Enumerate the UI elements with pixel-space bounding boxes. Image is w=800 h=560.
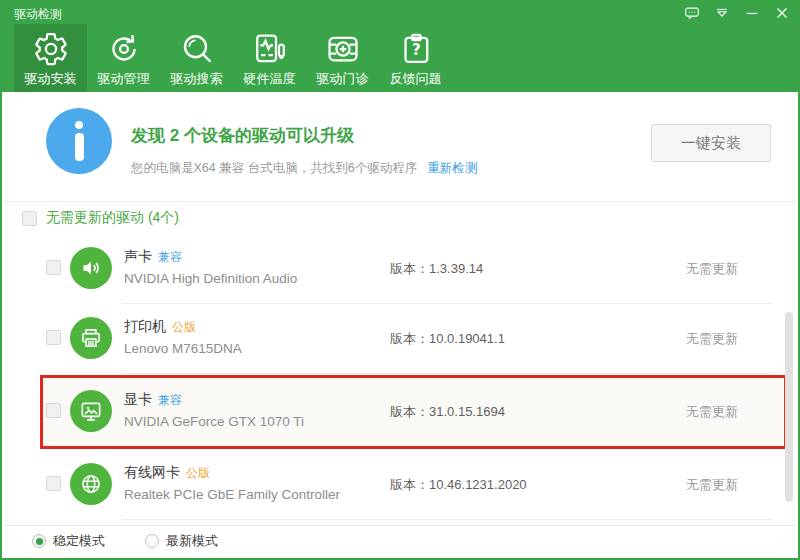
window-title: 驱动检测	[14, 6, 62, 23]
feedback-icon: ?	[398, 31, 434, 67]
device-name: 有线网卡公版	[124, 464, 210, 482]
mode-label: 最新模式	[166, 532, 218, 550]
tab-label: 反馈问题	[390, 70, 442, 88]
public-badge: 公版	[172, 320, 196, 334]
device-version: 版本：1.3.39.14	[390, 260, 483, 278]
device-status: 无需更新	[686, 476, 738, 494]
device-name: 声卡兼容	[124, 248, 182, 266]
scan-summary: 发现 2 个设备的驱动可以升级 您的电脑是X64 兼容 台式电脑，共找到6个驱动…	[4, 92, 796, 202]
tab-label: 硬件温度	[244, 70, 296, 88]
section-title: 无需更新的驱动 (4个)	[46, 209, 179, 227]
refresh-icon	[106, 31, 142, 67]
device-model: Realtek PCIe GbE Family Controller	[124, 487, 340, 502]
row-separator	[122, 519, 772, 520]
minimize-icon[interactable]	[744, 5, 760, 21]
radio-checked-icon	[32, 534, 46, 548]
device-model: Lenovo M7615DNA	[124, 341, 242, 356]
app-window: 驱动检测	[0, 0, 800, 560]
vertical-scrollbar[interactable]	[785, 312, 793, 502]
device-version: 版本：10.46.1231.2020	[390, 476, 527, 494]
device-model: NVIDIA High Definition Audio	[124, 271, 297, 286]
tab-feedback[interactable]: ? 反馈问题	[379, 24, 452, 92]
radio-unchecked-icon	[145, 534, 159, 548]
tab-driver-search[interactable]: 驱动搜索	[160, 24, 233, 92]
theme-icon[interactable]	[714, 5, 730, 21]
gear-icon	[33, 31, 69, 67]
row-checkbox[interactable]	[46, 260, 61, 275]
section-header: 无需更新的驱动 (4个)	[4, 202, 800, 234]
driver-row-soundcard[interactable]: 声卡兼容 NVIDIA High Definition Audio 版本：1.3…	[4, 234, 800, 304]
tab-label: 驱动管理	[98, 70, 150, 88]
mode-latest-radio[interactable]: 最新模式	[145, 532, 218, 550]
titlebar-icons	[684, 2, 790, 24]
row-checkbox[interactable]	[46, 330, 61, 345]
device-status: 无需更新	[686, 330, 738, 348]
svg-text:?: ?	[411, 41, 420, 59]
device-version: 版本：31.0.15.1694	[390, 403, 505, 421]
summary-title: 发现 2 个设备的驱动可以升级	[131, 124, 354, 147]
device-status: 无需更新	[686, 403, 738, 421]
driver-row-network-card[interactable]: 有线网卡公版 Realtek PCIe GbE Family Controlle…	[4, 450, 800, 520]
public-badge: 公版	[186, 466, 210, 480]
info-icon	[46, 108, 112, 174]
globe-icon	[70, 463, 112, 505]
device-model: NVIDIA GeForce GTX 1070 Ti	[124, 414, 304, 429]
tab-driver-manage[interactable]: 驱动管理	[87, 24, 160, 92]
driver-list: 声卡兼容 NVIDIA High Definition Audio 版本：1.3…	[4, 234, 800, 520]
tab-label: 驱动门诊	[317, 70, 369, 88]
select-all-checkbox[interactable]	[22, 211, 37, 226]
tab-label: 驱动安装	[25, 70, 77, 88]
recheck-link[interactable]: 重新检测	[427, 161, 477, 175]
driver-row-printer[interactable]: 打印机公版 Lenovo M7615DNA 版本：10.0.19041.1 无需…	[4, 304, 800, 374]
device-name: 显卡兼容	[124, 391, 182, 409]
summary-subtitle: 您的电脑是X64 兼容 台式电脑，共找到6个驱动程序重新检测	[131, 160, 477, 177]
tab-driver-install[interactable]: 驱动安装	[14, 24, 87, 92]
device-version: 版本：10.0.19041.1	[390, 330, 505, 348]
tab-driver-clinic[interactable]: 驱动门诊	[306, 24, 379, 92]
mode-label: 稳定模式	[53, 532, 105, 550]
driver-row-graphics-card[interactable]: 显卡兼容 NVIDIA GeForce GTX 1070 Ti 版本：31.0.…	[4, 374, 800, 450]
message-icon[interactable]	[684, 5, 700, 21]
clinic-icon	[325, 31, 361, 67]
one-click-install-button[interactable]: 一键安装	[651, 124, 771, 162]
summary-subtitle-text: 您的电脑是X64 兼容 台式电脑，共找到6个驱动程序	[131, 161, 417, 175]
mode-stable-radio[interactable]: 稳定模式	[32, 532, 105, 550]
device-name: 打印机公版	[124, 318, 196, 336]
speaker-icon	[70, 247, 112, 289]
tab-label: 驱动搜索	[171, 70, 223, 88]
compat-badge: 兼容	[158, 393, 182, 407]
display-icon	[70, 390, 112, 432]
toolbar: 驱动安装 驱动管理 驱动搜索	[2, 24, 798, 92]
tab-hardware-temperature[interactable]: 硬件温度	[233, 24, 306, 92]
temperature-icon	[252, 31, 288, 67]
footer: 稳定模式 最新模式	[4, 525, 796, 556]
printer-icon	[70, 317, 112, 359]
row-checkbox[interactable]	[46, 476, 61, 491]
device-status: 无需更新	[686, 260, 738, 278]
row-checkbox[interactable]	[46, 403, 61, 418]
compat-badge: 兼容	[158, 250, 182, 264]
close-icon[interactable]	[774, 5, 790, 21]
search-icon	[179, 31, 215, 67]
titlebar: 驱动检测	[2, 2, 798, 24]
